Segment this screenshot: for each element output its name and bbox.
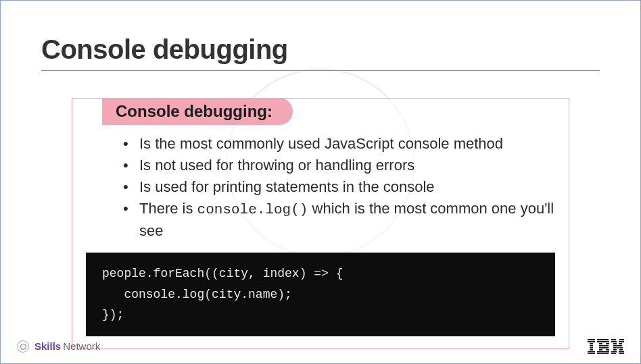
svg-rect-10 — [599, 343, 602, 344]
svg-rect-21 — [619, 341, 624, 342]
svg-rect-12 — [599, 345, 609, 346]
svg-rect-5 — [590, 349, 593, 350]
svg-rect-8 — [597, 339, 609, 340]
svg-rect-11 — [606, 343, 609, 344]
svg-rect-18 — [611, 339, 616, 340]
svg-rect-2 — [590, 343, 593, 344]
footer: SkillsNetwork — [17, 339, 624, 354]
svg-rect-4 — [590, 347, 593, 348]
svg-rect-16 — [597, 351, 609, 353]
inline-code: console.log() — [197, 202, 308, 217]
svg-rect-14 — [599, 349, 602, 350]
svg-rect-13 — [599, 347, 609, 348]
svg-rect-25 — [613, 347, 617, 348]
svg-rect-29 — [619, 349, 623, 350]
svg-rect-19 — [619, 339, 624, 340]
content-box: Console debugging: Is the most commonly … — [72, 98, 569, 349]
skills-network-icon — [17, 340, 29, 353]
footer-network: Network — [63, 340, 100, 352]
svg-rect-23 — [619, 343, 622, 344]
skills-network-logo: SkillsNetwork — [17, 340, 100, 353]
bullet-text-pre: There is — [139, 200, 197, 217]
footer-skills: Skills — [34, 340, 61, 352]
svg-rect-31 — [619, 351, 624, 353]
svg-rect-33 — [619, 353, 624, 354]
svg-rect-15 — [606, 349, 609, 350]
bullet-item: There is console.log() which is the most… — [123, 198, 555, 242]
svg-rect-17 — [597, 353, 609, 354]
svg-rect-20 — [611, 341, 617, 342]
svg-rect-28 — [613, 349, 617, 350]
bullet-list: Is the most commonly used JavaScript con… — [86, 133, 555, 242]
ibm-logo — [588, 339, 624, 354]
svg-rect-3 — [590, 345, 593, 346]
code-block: people.forEach((city, index) => { consol… — [86, 253, 555, 336]
svg-rect-32 — [611, 353, 616, 354]
svg-rect-7 — [588, 353, 595, 354]
slide-content: Console debugging Console debugging: Is … — [1, 1, 640, 349]
svg-rect-22 — [613, 343, 617, 344]
svg-rect-26 — [617, 347, 619, 348]
bullet-item: Is not used for throwing or handling err… — [123, 155, 555, 176]
svg-rect-6 — [588, 351, 595, 353]
svg-rect-9 — [597, 341, 609, 342]
subtitle-pill: Console debugging: — [102, 98, 293, 125]
bullet-item: Is the most commonly used JavaScript con… — [123, 133, 555, 155]
svg-rect-0 — [588, 339, 595, 340]
bullet-item: Is used for printing statements in the c… — [123, 176, 555, 198]
svg-rect-24 — [613, 345, 622, 346]
page-title: Console debugging — [41, 34, 600, 71]
svg-rect-30 — [611, 351, 617, 353]
svg-rect-1 — [588, 341, 595, 342]
svg-rect-27 — [619, 347, 623, 348]
